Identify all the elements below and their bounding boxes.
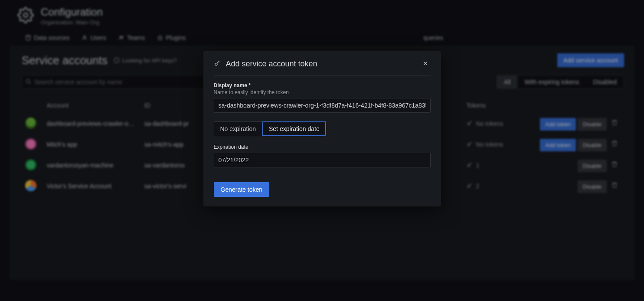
generate-token-button[interactable]: Generate token [214,182,270,197]
modal-title: Add service account token [226,59,415,69]
key-icon [214,60,221,68]
expiration-date-label: Expiration date [214,144,431,150]
svg-point-11 [215,63,217,65]
display-name-label: Display name * [214,82,431,88]
modal-backdrop[interactable]: Add service account token Display name *… [0,0,644,301]
add-token-modal: Add service account token Display name *… [203,51,441,206]
close-button[interactable] [420,58,431,70]
expiration-date-input[interactable] [214,153,431,167]
expiration-radio-group: No expiration Set expiration date [214,121,431,136]
set-expiration-button[interactable]: Set expiration date [262,121,326,136]
no-expiration-button[interactable]: No expiration [214,121,263,136]
close-icon [422,60,429,67]
display-name-help: Name to easily identify the token [214,89,431,95]
display-name-input[interactable] [214,98,431,113]
